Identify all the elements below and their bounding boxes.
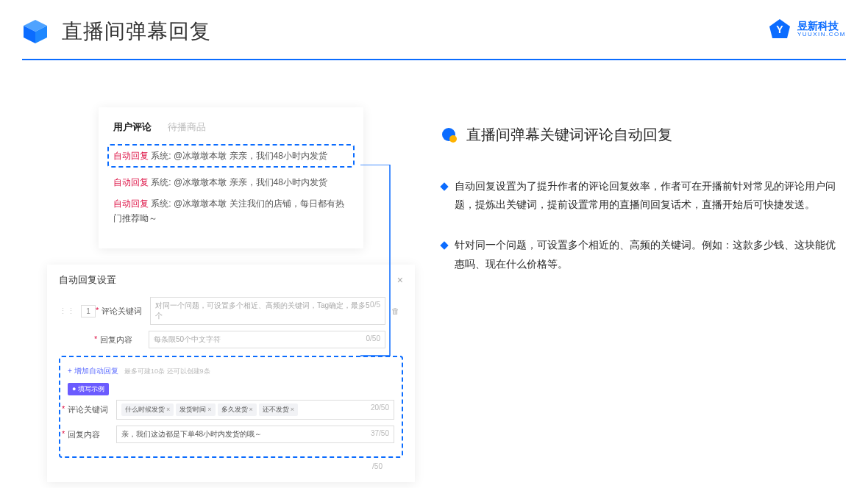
svg-point-6 xyxy=(449,135,457,143)
keyword-tag[interactable]: 还不发货× xyxy=(259,403,298,416)
diamond-icon xyxy=(440,182,448,190)
add-auto-reply-link[interactable]: + 增加自动回复 xyxy=(68,366,118,376)
ex-keyword-label: 评论关键词 xyxy=(68,404,110,415)
auto-reply-badge: 自动回复 xyxy=(113,198,149,209)
add-limit-note: 最多可建10条 还可以创建9条 xyxy=(124,367,210,375)
ex-keyword-input[interactable]: 什么时候发货×发货时间×多久发货×还不发货× 20/50 xyxy=(116,400,394,420)
keyword-tag[interactable]: 发货时间× xyxy=(176,403,215,416)
auto-reply-badge: 自动回复 xyxy=(113,151,149,161)
comment-text: 系统: @冰墩墩本墩 亲亲，我们48小时内发货 xyxy=(149,151,327,161)
svg-text:Y: Y xyxy=(776,24,783,35)
highlighted-comment: 自动回复 系统: @冰墩墩本墩 亲亲，我们48小时内发货 xyxy=(107,144,355,168)
tab-user-comments[interactable]: 用户评论 xyxy=(113,121,152,134)
reply-input[interactable]: 每条限50个中文字符 0/50 xyxy=(149,331,385,348)
settings-title: 自动回复设置 xyxy=(59,273,116,287)
brand-name-en: YUUXIN.COM xyxy=(797,32,846,38)
keyword-label: 评论关键词 xyxy=(102,306,144,317)
comments-panel: 用户评论 待播商品 自动回复 系统: @冰墩墩本墩 亲亲，我们48小时内发货 自… xyxy=(99,107,363,248)
bullet-text: 针对同一个问题，可设置多个相近的、高频的关键词。例如：这款多少钱、这块能优惠吗、… xyxy=(455,236,839,273)
header-divider xyxy=(22,59,846,60)
brand-icon: Y xyxy=(768,18,791,41)
rule-number: 1 xyxy=(81,305,96,317)
diamond-icon xyxy=(440,242,448,250)
bullet-item: 自动回复设置为了提升作者的评论回复效率，作者可在开播前针对常见的评论用户问题，提… xyxy=(441,177,839,214)
example-pill: ● 填写示例 xyxy=(68,383,109,395)
example-box: + 增加自动回复 最多可建10条 还可以创建9条 ● 填写示例 评论关键词 什么… xyxy=(59,356,403,458)
bullet-item: 针对同一个问题，可设置多个相近的、高频的关键词。例如：这款多少钱、这块能优惠吗、… xyxy=(441,236,839,273)
comment-text: 系统: @冰墩墩本墩 亲亲，我们48小时内发货 xyxy=(149,177,327,187)
brand-name-cn: 昱新科技 xyxy=(797,21,846,32)
auto-reply-badge: 自动回复 xyxy=(113,177,149,187)
reply-label: 回复内容 xyxy=(100,334,143,345)
ex-reply-input[interactable]: 亲，我们这边都是下单48小时内发货的哦～ 37/50 xyxy=(116,426,394,443)
comment-text: 系统: @冰墩墩本墩 关注我们的店铺，每日都有热门推荐呦～ xyxy=(113,198,344,223)
drag-handle-icon[interactable]: ⋮⋮ xyxy=(59,306,75,316)
extra-count: /50 xyxy=(59,462,403,470)
bubble-icon xyxy=(441,127,458,143)
brand-logo: Y 昱新科技 YUUXIN.COM xyxy=(768,18,846,41)
keyword-input[interactable]: 对同一个问题，可设置多个相近、高频的关键词，Tag确定，最多5个 0/5 xyxy=(150,297,385,325)
keyword-tag[interactable]: 什么时候发货× xyxy=(121,403,174,416)
tab-pending-products[interactable]: 待播商品 xyxy=(168,121,206,134)
bullet-text: 自动回复设置为了提升作者的评论回复效率，作者可在开播前针对常见的评论用户问题，提… xyxy=(455,177,839,214)
connector-line xyxy=(360,165,434,429)
page-title: 直播间弹幕回复 xyxy=(62,18,211,46)
section-subtitle: 直播间弹幕关键词评论自动回复 xyxy=(466,126,672,143)
settings-panel: 自动回复设置 × ⋮⋮ 1 评论关键词 对同一个问题，可设置多个相近、高频的关键… xyxy=(47,265,415,482)
logo-cube-icon xyxy=(22,18,49,45)
ex-reply-label: 回复内容 xyxy=(68,429,110,440)
keyword-tag[interactable]: 多久发货× xyxy=(218,403,257,416)
